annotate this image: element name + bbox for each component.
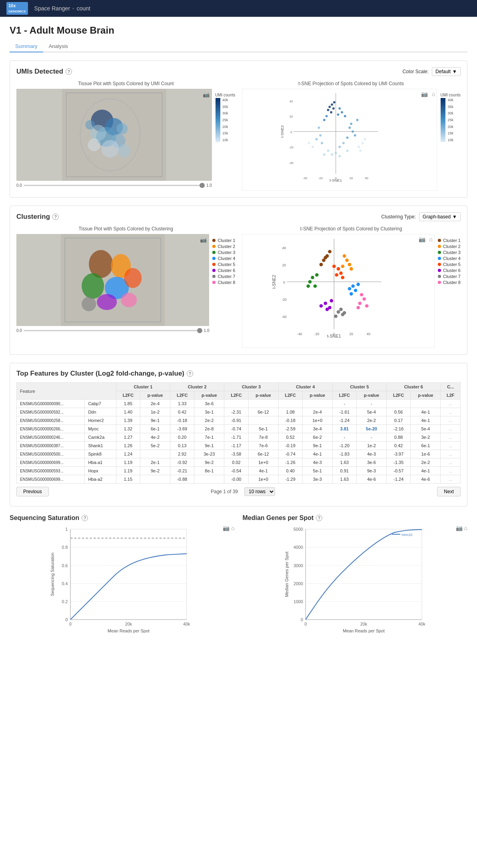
cell-more: ... (441, 416, 461, 425)
prev-button[interactable]: Previous (16, 487, 49, 496)
seq-camera-icon[interactable]: 📷 (223, 525, 230, 531)
cluster-tsne-home-icon[interactable]: ⌂ (429, 236, 433, 242)
tab-analysis[interactable]: Analysis (43, 41, 74, 52)
clustering-type-dropdown[interactable]: Graph-based ▼ (419, 212, 461, 221)
cell-c1-l2fc: 1.32 (116, 425, 140, 433)
median-genes-title: Median Genes per Spot ? (243, 514, 468, 522)
cell-c1-pval (140, 475, 170, 484)
cell-c6-l2fc: -0.57 (387, 467, 411, 475)
cell-c6-l2fc (387, 400, 411, 408)
clustering-section: Clustering ? Clustering Type: Graph-base… (10, 206, 467, 355)
cell-c4-pval: 2e-4 (302, 408, 332, 416)
svg-point-91 (328, 250, 331, 254)
umis-help-icon[interactable]: ? (66, 68, 72, 75)
cluster-legend-item-8: Cluster 8 (212, 280, 235, 285)
table-row: ENSMUSG000000387... Shank1 1.26 5e-2 0.1… (17, 442, 461, 450)
c2-l2fc-header: L2FC (170, 391, 194, 400)
cluster-tissue-mock: 📷 (16, 234, 209, 326)
umi-tsne-home-icon[interactable]: ⌂ (432, 91, 435, 97)
seq-home-icon[interactable]: ⌂ (231, 525, 234, 531)
cell-c2-pval: 2e-8 (194, 425, 224, 433)
top-features-help-icon[interactable]: ? (187, 370, 193, 377)
slider-track[interactable] (24, 185, 205, 186)
c2-pval-header: p-value (194, 391, 224, 400)
umi-tissue-camera-icon[interactable]: 📷 (203, 91, 210, 98)
cell-c4-l2fc: -2.59 (278, 425, 302, 433)
median-genes-chart: 📷 ⌂ (243, 525, 468, 638)
cluster-slider-track[interactable] (24, 330, 202, 331)
tsne-cluster-legend-5: Cluster 5 (438, 262, 461, 267)
cell-c3-pval (248, 416, 278, 425)
color-scale-dropdown[interactable]: Default ▼ (432, 67, 461, 76)
tsne-cluster-legend-1: Cluster 1 (438, 238, 461, 243)
c3-pval-header: p-value (248, 391, 278, 400)
svg-text:mm10: mm10 (401, 532, 413, 537)
svg-point-92 (319, 263, 323, 266)
table-row: ENSMUSG000000266... Myoc 1.32 6e-1 -3.69… (17, 425, 461, 433)
cell-c4-l2fc (278, 400, 302, 408)
svg-text:20: 20 (289, 115, 293, 118)
median-camera-icon[interactable]: 📷 (456, 525, 463, 531)
svg-point-107 (356, 283, 360, 286)
rows-per-page-select[interactable]: 10 rows 25 rows 50 rows (244, 487, 275, 496)
cell-c3-l2fc: -2.31 (224, 408, 248, 416)
c1-l2fc-header: L2FC (116, 391, 140, 400)
cell-id: ENSMUSG000000500... (17, 450, 85, 458)
cell-c3-l2fc: -0.00 (224, 475, 248, 484)
cell-c6-pval: 5e-4 (411, 425, 441, 433)
cell-c3-pval: 6e-12 (248, 408, 278, 416)
svg-point-8 (88, 138, 100, 151)
median-genes-help-icon[interactable]: ? (316, 515, 322, 521)
svg-point-54 (334, 152, 337, 154)
umi-tsne-camera-icon[interactable]: 📷 (421, 91, 428, 97)
svg-point-128 (365, 304, 369, 308)
svg-point-34 (338, 107, 341, 110)
svg-text:20: 20 (282, 263, 286, 267)
svg-point-101 (313, 284, 317, 288)
tab-summary[interactable]: Summary (10, 41, 43, 52)
svg-point-43 (354, 134, 356, 137)
bottom-charts: Sequencing Saturation ? 📷 ⌂ (10, 514, 467, 638)
umi-tsne-plot-container: t-SNE Projection of Spots Colored by UMI… (242, 81, 461, 191)
svg-point-95 (347, 263, 351, 266)
svg-point-55 (338, 155, 341, 157)
cell-c4-l2fc: -0.18 (278, 416, 302, 425)
cluster-tsne-camera-icon[interactable]: 📷 (419, 236, 425, 242)
umis-title: UMIs Detected ? (16, 68, 72, 76)
cell-c2-l2fc: -0.88 (170, 475, 194, 484)
cluster-tissue-slider: 0.0 1.0 (16, 328, 209, 333)
svg-text:0: 0 (283, 280, 285, 284)
umi-gradient-labels: 40k 35k 30k 25k 20k 15k 10k (221, 98, 230, 142)
svg-point-42 (351, 130, 354, 133)
cell-c3-pval: 1e+0 (248, 458, 278, 467)
cell-c6-l2fc: -2.16 (387, 425, 411, 433)
cluster-legend-item-5: Cluster 5 (212, 262, 235, 267)
seq-saturation-help-icon[interactable]: ? (82, 515, 88, 521)
svg-text:-20: -20 (289, 146, 293, 149)
svg-point-11 (118, 144, 130, 157)
svg-text:-40: -40 (289, 161, 293, 165)
svg-point-112 (341, 276, 344, 279)
umi-tissue-slider: 0.0 1.0 (16, 183, 212, 188)
median-home-icon[interactable]: ⌂ (464, 525, 467, 531)
cluster1-header: Cluster 1 (116, 383, 170, 391)
cell-c4-l2fc: 0.52 (278, 433, 302, 442)
next-button[interactable]: Next (437, 487, 461, 496)
svg-text:20: 20 (349, 332, 353, 336)
umi-tsne-gradient-labels: 40k 35k 30k 25k 20k 15k 10k (446, 98, 455, 142)
cell-c2-l2fc: 0.20 (170, 433, 194, 442)
clustering-help-icon[interactable]: ? (52, 214, 59, 220)
svg-point-97 (349, 267, 353, 271)
cluster5-header: Cluster 5 (332, 383, 386, 391)
cell-name: Homer2 (85, 416, 116, 425)
cell-c3-l2fc: -0.91 (224, 416, 248, 425)
svg-point-63 (307, 142, 310, 144)
more-cols-header: C... (441, 383, 461, 391)
cell-id: ENSMUSG000000090... (17, 400, 85, 408)
umis-section: UMIs Detected ? Color Scale: Default ▼ T… (10, 60, 467, 198)
cell-c3-l2fc: -3.58 (224, 450, 248, 458)
svg-point-123 (343, 311, 346, 315)
cell-c6-pval: 3e-2 (411, 433, 441, 442)
seq-saturation-section: Sequencing Saturation ? 📷 ⌂ (10, 514, 235, 638)
cluster-tissue-camera-icon[interactable]: 📷 (200, 236, 207, 243)
